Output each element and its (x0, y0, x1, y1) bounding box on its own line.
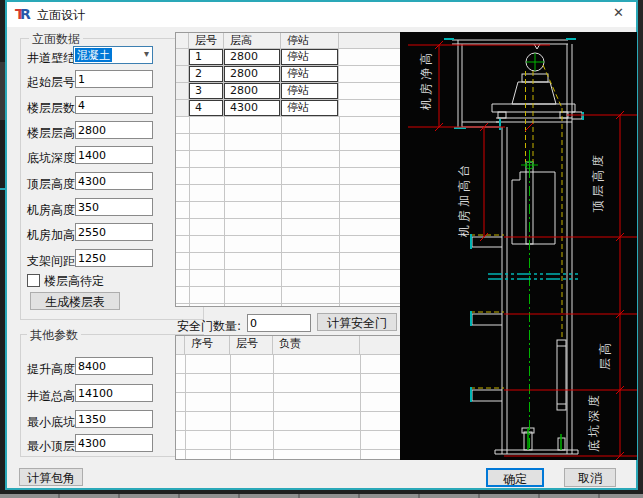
field-label-machine-room-height: 机房高度: (27, 202, 79, 219)
calc-wrap-angle-button[interactable]: 计算包角 (19, 468, 83, 486)
cell-floor-no[interactable]: 4 (189, 100, 223, 116)
min-top-floor-input[interactable] (75, 434, 153, 452)
floor-height-tbd-label: 楼层高待定 (44, 273, 104, 290)
label-top-floor-height: 顶层高度 (591, 152, 605, 213)
app-background-bottom (0, 490, 643, 498)
cell-floor-no[interactable]: 2 (189, 66, 223, 82)
combo-selected-value: 混凝土 (75, 48, 112, 62)
cell-stop[interactable]: 停站 (281, 66, 338, 82)
field-label-floor-height: 楼层层高: (27, 125, 79, 142)
empty-table-rows (176, 117, 404, 306)
col-header-duty: 负责 (273, 336, 360, 354)
start-floor-input[interactable] (75, 70, 153, 88)
row-header (176, 66, 189, 83)
floor-height-input[interactable] (75, 121, 153, 139)
field-label-top-floor-height: 顶层高度: (27, 176, 79, 193)
col-header-floor-no: 层号 (230, 336, 273, 354)
row-header (176, 49, 189, 66)
safety-door-count-input[interactable] (247, 314, 311, 332)
field-label-machine-room-raise: 机房加高: (27, 227, 79, 244)
floor-height-tbd-checkbox[interactable] (27, 274, 40, 287)
cad-preview-panel: 机房净高 机房加高台 顶层高度 层高 底坑深度 (400, 32, 637, 460)
top-floor-height-input[interactable] (75, 172, 153, 190)
col-header-floor-no: 层号 (189, 33, 224, 48)
field-label-min-top-floor: 最小顶层: (27, 438, 79, 455)
row-header (176, 100, 189, 117)
background-ruler (0, 494, 643, 498)
generate-floor-table-button[interactable]: 生成楼层表 (30, 292, 120, 310)
chevron-down-icon: ▾ (144, 48, 149, 59)
cell-stop[interactable]: 停站 (281, 49, 338, 65)
calc-safety-door-button[interactable]: 计算安全门 (317, 313, 397, 331)
label-pit-depth: 底坑深度 (587, 392, 601, 452)
field-label-bracket-spacing: 支架间距: (27, 253, 79, 270)
counterweight (557, 340, 566, 410)
field-label-shaft-total-height: 井道总高: (27, 388, 79, 405)
safety-table-header: 序号 层号 负责 (176, 336, 408, 355)
shaft-total-height-input[interactable] (75, 384, 153, 402)
elevator-elevation-drawing: 机房净高 机房加高台 顶层高度 层高 底坑深度 (400, 32, 637, 460)
table-row[interactable]: 2 2800 停站 (176, 66, 404, 83)
table-row[interactable]: 4 4300 停站 (176, 100, 404, 117)
col-header-stop: 停站 (281, 33, 339, 48)
floor-table-header: 层号 层高 停站 (176, 33, 404, 49)
field-label-start-floor: 起始层号: (27, 74, 79, 91)
shaft-wall-structure-select[interactable]: 混凝土 ▾ (73, 46, 153, 64)
table-row[interactable]: 1 2800 停站 (176, 49, 404, 66)
col-header-floor-height: 层高 (224, 33, 281, 48)
field-label-travel-height: 提升高度: (27, 361, 79, 378)
field-label-min-pit: 最小底坑: (27, 414, 79, 431)
machine-room-height-input[interactable] (75, 198, 153, 216)
safety-door-count-label: 安全门数量: (177, 318, 241, 335)
titlebar: TR 立面设计 ✕ (7, 2, 636, 27)
cell-floor-height[interactable]: 4300 (224, 100, 280, 116)
cell-floor-height[interactable]: 2800 (224, 83, 280, 99)
floor-table[interactable]: 层号 层高 停站 1 2800 停站 2 2800 停站 3 (175, 32, 405, 307)
cancel-button[interactable]: 取消 (564, 468, 616, 487)
cell-stop[interactable]: 停站 (281, 83, 338, 99)
field-label-floor-count: 楼层层数: (27, 100, 79, 117)
label-machine-room-raise-platform: 机房加高台 (457, 162, 471, 238)
col-header-seq-no: 序号 (185, 336, 230, 354)
app-icon: TR (15, 6, 33, 22)
travel-height-input[interactable] (75, 357, 153, 375)
bracket-spacing-input[interactable] (75, 249, 153, 267)
label-machine-room-clear-height: 机房净高 (419, 50, 433, 111)
cell-stop[interactable]: 停站 (281, 100, 338, 116)
screen: TR 立面设计 ✕ 立面数据 井道壁结构: 混凝土 ▾ 起始层号: 楼层层数: … (0, 0, 643, 498)
min-pit-input[interactable] (75, 410, 153, 428)
close-icon[interactable]: ✕ (613, 5, 624, 20)
machine-room-raise-input[interactable] (75, 223, 153, 241)
row-header (176, 83, 189, 100)
table-row[interactable]: 3 2800 停站 (176, 83, 404, 100)
field-label-pit-depth: 底坑深度: (27, 150, 79, 167)
dialog-elevation-design: TR 立面设计 ✕ 立面数据 井道壁结构: 混凝土 ▾ 起始层号: 楼层层数: … (5, 0, 638, 490)
label-floor-height: 层高 (598, 340, 612, 370)
table-corner-cell (176, 33, 189, 48)
group-other-params-title: 其他参数 (27, 327, 81, 344)
empty-table-rows (176, 355, 408, 459)
cell-floor-no[interactable]: 1 (189, 49, 223, 65)
cell-floor-height[interactable]: 2800 (224, 66, 280, 82)
drawing-labels: 机房净高 机房加高台 顶层高度 层高 底坑深度 (419, 50, 612, 452)
floor-count-input[interactable] (75, 96, 153, 114)
cell-floor-height[interactable]: 2800 (224, 49, 280, 65)
dialog-title: 立面设计 (37, 7, 85, 24)
safety-door-table[interactable]: 序号 层号 负责 (175, 335, 409, 460)
ok-button[interactable]: 确定 (486, 468, 544, 487)
cell-floor-no[interactable]: 3 (189, 83, 223, 99)
pit-depth-input[interactable] (75, 146, 153, 164)
col-header-extra (339, 33, 404, 48)
table-corner-cell (176, 336, 185, 354)
